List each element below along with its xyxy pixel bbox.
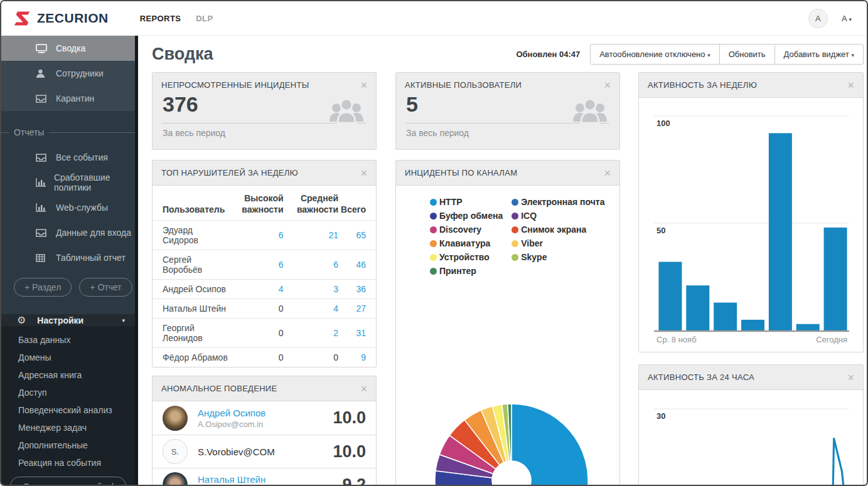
close-icon[interactable]: × xyxy=(847,374,854,381)
close-icon[interactable]: × xyxy=(604,169,611,177)
sidebar-item-report[interactable]: Данные для входа xyxy=(1,220,135,245)
violator-count[interactable]: 6 xyxy=(285,250,340,280)
violator-count[interactable]: 4 xyxy=(285,299,340,319)
widget-title: АКТИВНОСТЬ ЗА НЕДЕЛЮ xyxy=(648,80,757,90)
save-settings-button[interactable]: Сохранить настройки/отчеты xyxy=(10,477,126,486)
bar xyxy=(658,262,682,330)
count-value[interactable]: 21 xyxy=(329,230,339,240)
violator-count[interactable]: 2 xyxy=(285,319,340,348)
legend-dot xyxy=(430,240,437,247)
user-name[interactable]: Андрей Осипов xyxy=(198,408,265,418)
count-value[interactable]: 3 xyxy=(333,284,338,294)
legend-dot xyxy=(512,199,518,206)
count-value[interactable]: 46 xyxy=(356,260,366,270)
autorefresh-dropdown[interactable]: Автообновление отключено ▾ xyxy=(590,44,719,65)
period-label: За весь период xyxy=(396,124,619,142)
chevron-down-icon: ▾ xyxy=(122,317,125,324)
count-value[interactable]: 27 xyxy=(356,304,366,314)
count-value[interactable]: 4 xyxy=(279,284,284,294)
violator-count[interactable]: 27 xyxy=(340,299,376,319)
violator-count[interactable]: 9 xyxy=(340,348,376,367)
widget-title: АКТИВНОСТЬ ЗА 24 ЧАСА xyxy=(648,372,754,382)
bar xyxy=(686,285,709,330)
count-value[interactable]: 6 xyxy=(279,260,284,270)
chevron-down-icon: ▾ xyxy=(851,52,854,58)
topnav-item-reports[interactable]: REPORTS xyxy=(140,14,181,23)
legend-label: HTTP xyxy=(439,197,463,207)
legend-dot xyxy=(430,199,437,206)
count-value[interactable]: 6 xyxy=(333,260,338,270)
sidebar-item-setting[interactable]: Поведенческий анализ xyxy=(1,401,135,419)
tray-icon xyxy=(36,154,48,162)
legend-item: Электронная почта xyxy=(512,197,604,207)
close-icon[interactable]: × xyxy=(360,385,367,393)
sidebar-item-label: Табличный отчет xyxy=(56,253,126,263)
close-icon[interactable]: × xyxy=(604,82,611,89)
legend-item: Буфер обмена xyxy=(430,211,503,221)
sidebar-item-report[interactable]: Все события xyxy=(1,145,135,170)
widget-week-activity: АКТИВНОСТЬ ЗА НЕДЕЛЮ × 50100Ср. 8 ноябСе… xyxy=(638,72,864,352)
count-value[interactable]: 4 xyxy=(333,304,338,314)
topnav-item-dlp[interactable]: DLP xyxy=(196,14,213,23)
table-row: Наталья Штейн0427 xyxy=(153,299,376,319)
sidebar-item-setting[interactable]: Реакция на события xyxy=(1,454,135,472)
user-name[interactable]: Наталья Штейн xyxy=(198,474,265,485)
close-icon[interactable]: × xyxy=(847,82,854,89)
violator-count[interactable]: 46 xyxy=(340,250,376,280)
count-value: 0 xyxy=(333,352,338,362)
sidebar-item-карантин[interactable]: Карантин xyxy=(1,86,135,111)
violators-table: ПользовательВысокой важностиСредней важн… xyxy=(153,186,376,367)
add-report-button[interactable]: + Отчет xyxy=(79,278,132,297)
legend-item: ICQ xyxy=(512,211,604,221)
sidebar-item-setting[interactable]: Дополнительные xyxy=(1,436,135,454)
violator-count[interactable]: 65 xyxy=(340,221,376,250)
violator-count[interactable]: 4 xyxy=(229,280,284,299)
count-value[interactable]: 65 xyxy=(356,230,366,240)
add-section-button[interactable]: + Раздел xyxy=(14,278,72,297)
page-title: Сводка xyxy=(152,45,213,64)
sidebar-item-сводка[interactable]: Сводка xyxy=(1,36,135,61)
chevron-down-icon: ▾ xyxy=(707,52,710,58)
count-value[interactable]: 36 xyxy=(356,284,366,294)
sidebar-item-report[interactable]: Табличный отчет xyxy=(1,245,135,270)
legend-dot xyxy=(512,226,518,233)
sidebar-item-setting[interactable]: База данных xyxy=(1,331,135,349)
day-activity-line-chart: 30 xyxy=(639,390,863,486)
sidebar-item-setting[interactable]: Менеджер задач xyxy=(1,419,135,436)
violator-count: 0 xyxy=(229,319,284,348)
count-value[interactable]: 31 xyxy=(356,328,366,338)
sidebar-item-setting[interactable]: Адресная книга xyxy=(1,366,135,384)
violator-count[interactable]: 36 xyxy=(340,280,376,299)
sidebar-item-report[interactable]: Web-службы xyxy=(1,195,135,220)
list-item: Андрей ОсиповA.Osipov@com.in10.0 xyxy=(153,401,376,435)
sidebar-item-report[interactable]: Сработавшие политики xyxy=(1,170,135,195)
sidebar-item-setting[interactable]: Доступ xyxy=(1,384,135,401)
user-menu[interactable]: A ▾ xyxy=(842,14,852,23)
violator-count[interactable]: 6 xyxy=(229,250,284,280)
violator-count[interactable]: 21 xyxy=(285,221,340,250)
violator-count[interactable]: 6 xyxy=(229,221,284,250)
activity-line xyxy=(833,438,845,486)
legend-label: ICQ xyxy=(521,211,537,221)
count-value[interactable]: 9 xyxy=(361,352,366,362)
violator-count: 0 xyxy=(285,348,340,367)
table-column-header: Высокой важности xyxy=(229,186,284,221)
sidebar-item-сотрудники[interactable]: Сотрудники xyxy=(1,61,135,86)
legend-label: Принтер xyxy=(439,266,476,276)
list-item: Наталья ШтейнN.Shtein@com.in9.2 xyxy=(153,468,376,486)
count-value[interactable]: 2 xyxy=(333,328,338,338)
violator-count[interactable]: 31 xyxy=(340,319,376,348)
close-icon[interactable]: × xyxy=(360,82,367,89)
refresh-button[interactable]: Обновить xyxy=(719,44,775,65)
add-widget-dropdown[interactable]: Добавить виджет ▾ xyxy=(774,44,864,65)
sidebar-item-settings[interactable]: ⚙ Настройки ▾ xyxy=(1,314,135,326)
table-column-header: Пользователь xyxy=(153,186,229,221)
tray-icon xyxy=(36,229,48,237)
violator-count[interactable]: 3 xyxy=(285,280,340,299)
close-icon[interactable]: × xyxy=(360,169,367,177)
legend-dot xyxy=(430,268,437,275)
legend-dot xyxy=(512,213,518,219)
count-value[interactable]: 6 xyxy=(279,230,284,240)
avatar[interactable]: A xyxy=(808,9,828,28)
sidebar-item-setting[interactable]: Домены xyxy=(1,349,135,366)
